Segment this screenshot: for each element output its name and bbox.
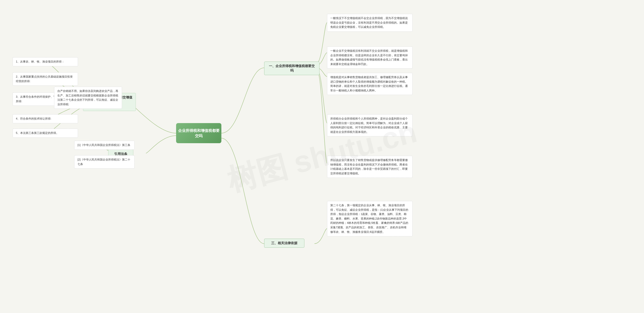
branch-right-1-label: 一、企业所得税和增值税都要交吗: [267, 64, 316, 73]
textbox-vat-definition: 增值税是对从事销售货物或者提供加工、修理修配劳务以及从事进口货物的单位和个人取得…: [327, 73, 413, 95]
textbox-law-detail: 第二十七条，第一项规定的企业从事、林、牧、渔业项目的所得，可以免征、减征企业所得…: [327, 201, 413, 236]
textbox-center-desc: 自产自销就不用。如果你涉及到购进农业产品，再生产、加工后销售的话就要交税根据新企…: [54, 87, 122, 109]
textbox-law-2: [2]《中华人民共和国企业所得税法》第二十七条: [74, 155, 135, 169]
textbox-vat-income-diff: 所以说企业只要发生了销售货物或提供修理修配劳务等都需要缴纳增值税，而没有企业在盈…: [327, 156, 413, 178]
center-node: 企业所得税和增值税都要 交吗: [176, 123, 221, 143]
textbox-left-2: 2、从事国家重点扶持的公共基础设施项目投资经营的所得:: [13, 72, 78, 86]
mind-map-canvas: 树图 shutu.cn 企业所得税和增值税都要 交吗: [0, 0, 644, 313]
textbox-income-tax-definition: 所得税分企业所得税和个人所得税两种，是对企业盈利部分或个人获利部分按一定比例征税…: [327, 114, 413, 136]
textbox-vat-no-tax: 一般情况下不交增值税就不会交企业所得税，因为不交增值税说明该企业是亏损企业，没有…: [327, 14, 413, 32]
branch-right-1[interactable]: 一、企业所得税和增值税都要交吗: [264, 62, 319, 75]
branch-right-2-label: 三、相关法律依据: [271, 241, 297, 245]
center-label: 企业所得税和增值税都要 交吗: [176, 128, 221, 138]
textbox-no-vat-profit: 一般企业不交增值税没有利润就不交企业所得税，就是增值税和企业所得税都没有。但是这…: [327, 46, 413, 69]
textbox-left-1: 1、从事农、林、牧、渔业项目的所得：: [13, 57, 78, 66]
textbox-law-1: [1]《中华人民共和国企业所得税法》第三条: [74, 141, 135, 150]
textbox-left-4: 4、符合条件的技术转让所得:: [13, 114, 78, 123]
textbox-left-5: 5、本法第三条第三款规定的所得。: [13, 129, 78, 138]
branch-right-2[interactable]: 三、相关法律依据: [264, 239, 304, 248]
